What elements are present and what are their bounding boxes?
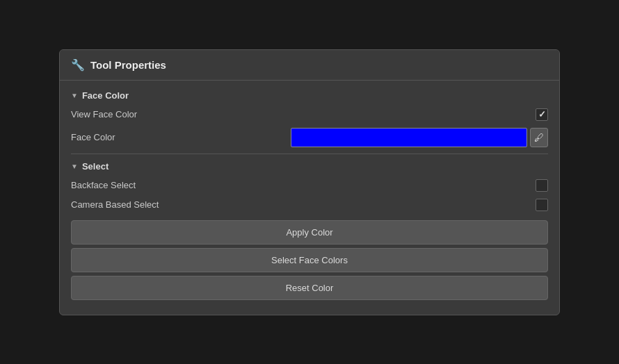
select-chevron: ▼ [71,163,78,170]
panel-title: Tool Properties [90,59,166,71]
select-section-label: Select [82,161,108,172]
backface-select-checkbox[interactable] [536,179,548,192]
panel-header: 🔧 Tool Properties [60,50,559,81]
face-color-swatch[interactable] [291,128,527,147]
camera-based-select-checkbox[interactable] [536,199,548,211]
face-color-row: Face Color 🖋 [71,124,548,151]
backface-select-row: Backface Select [71,176,548,195]
face-color-section-header[interactable]: ▼ Face Color [71,86,548,105]
face-color-label: Face Color [71,132,115,142]
camera-based-select-row: Camera Based Select [71,195,548,215]
face-color-control: 🖋 [291,128,548,147]
backface-select-control [536,179,548,192]
reset-color-button[interactable]: Reset Color [71,276,548,300]
panel-body: ▼ Face Color View Face Color ✓ Face Colo… [60,81,559,315]
checkmark-icon: ✓ [538,110,546,119]
eyedropper-button[interactable]: 🖋 [530,128,548,147]
backface-select-label: Backface Select [71,180,136,190]
eyedropper-icon: 🖋 [534,132,544,143]
apply-color-button[interactable]: Apply Color [71,220,548,245]
face-color-section-label: Face Color [82,90,129,101]
view-face-color-label: View Face Color [71,109,137,119]
view-face-color-row: View Face Color ✓ [71,105,548,124]
select-section-header[interactable]: ▼ Select [71,157,548,176]
face-color-chevron: ▼ [71,92,78,99]
camera-based-select-control [536,199,548,211]
camera-based-select-label: Camera Based Select [71,199,159,210]
view-face-color-control: ✓ [536,108,548,121]
buttons-section: Apply Color Select Face Colors Reset Col… [71,220,548,300]
section-divider [71,154,548,154]
wrench-icon: 🔧 [71,58,85,72]
select-face-colors-button[interactable]: Select Face Colors [71,248,548,272]
view-face-color-checkbox[interactable]: ✓ [536,108,548,121]
tool-properties-panel: 🔧 Tool Properties ▼ Face Color View Face… [59,49,560,315]
